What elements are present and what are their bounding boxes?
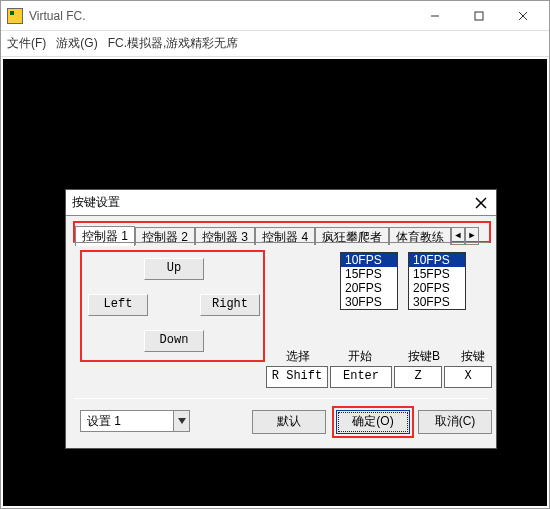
tab-controller-1[interactable]: 控制器 1 [75, 226, 135, 246]
dpad-left-button[interactable]: Left [88, 294, 148, 316]
left-fps-listbox[interactable]: 10FPS 15FPS 20FPS 30FPS [340, 252, 398, 310]
default-button[interactable]: 默认 [252, 410, 326, 434]
list-item[interactable]: 15FPS [409, 267, 465, 281]
window-title: Virtual FC. [29, 9, 413, 23]
key-settings-dialog: 按键设置 控制器 1 控制器 2 控制器 3 控制器 4 疯狂攀爬者 体育教练 … [65, 189, 497, 449]
input-start[interactable]: Enter [330, 366, 392, 388]
menu-file[interactable]: 文件(F) [7, 35, 46, 52]
emulator-client-area: 按键设置 控制器 1 控制器 2 控制器 3 控制器 4 疯狂攀爬者 体育教练 … [3, 59, 547, 506]
dpad-down-button[interactable]: Down [144, 330, 204, 352]
input-button-b[interactable]: Z [394, 366, 442, 388]
profile-combo[interactable]: 设置 1 [80, 410, 190, 432]
menu-game[interactable]: 游戏(G) [56, 35, 97, 52]
dialog-close-button[interactable] [472, 194, 490, 212]
list-item[interactable]: 20FPS [409, 281, 465, 295]
minimize-button[interactable] [413, 2, 457, 30]
list-item[interactable]: 10FPS [409, 253, 465, 267]
list-item[interactable]: 20FPS [341, 281, 397, 295]
menubar: 文件(F) 游戏(G) FC.模拟器,游戏精彩无席 [1, 31, 549, 57]
dpad-up-button[interactable]: Up [144, 258, 204, 280]
dialog-titlebar: 按键设置 [66, 190, 496, 216]
close-button[interactable] [501, 2, 545, 30]
dpad-right-button[interactable]: Right [200, 294, 260, 316]
tab-underline [73, 242, 489, 243]
label-button-b: 按键B [396, 348, 452, 365]
svg-marker-6 [178, 418, 186, 424]
label-start: 开始 [332, 348, 388, 365]
ok-button[interactable]: 确定(O) [336, 410, 410, 434]
maximize-button[interactable] [457, 2, 501, 30]
profile-combo-text: 设置 1 [81, 413, 173, 430]
dpad-highlight: Up Left Right Down [80, 250, 265, 362]
ok-button-highlight: 确定(O) [332, 406, 414, 438]
list-item[interactable]: 30FPS [341, 295, 397, 309]
tab-strip-highlight: 控制器 1 控制器 2 控制器 3 控制器 4 疯狂攀爬者 体育教练 ◄ ► [73, 221, 491, 243]
dialog-title: 按键设置 [72, 194, 472, 211]
label-select: 选择 [270, 348, 326, 365]
right-fps-listbox[interactable]: 10FPS 15FPS 20FPS 30FPS [408, 252, 466, 310]
input-button-a[interactable]: X [444, 366, 492, 388]
menu-emulator[interactable]: FC.模拟器,游戏精彩无席 [108, 35, 239, 52]
window-titlebar: Virtual FC. [1, 1, 549, 31]
dialog-separator [74, 398, 488, 399]
svg-rect-1 [475, 12, 483, 20]
list-item[interactable]: 30FPS [409, 295, 465, 309]
app-icon [7, 8, 23, 24]
list-item[interactable]: 15FPS [341, 267, 397, 281]
cancel-button[interactable]: 取消(C) [418, 410, 492, 434]
input-select[interactable]: R Shift [266, 366, 328, 388]
chevron-down-icon [173, 411, 189, 431]
list-item[interactable]: 10FPS [341, 253, 397, 267]
